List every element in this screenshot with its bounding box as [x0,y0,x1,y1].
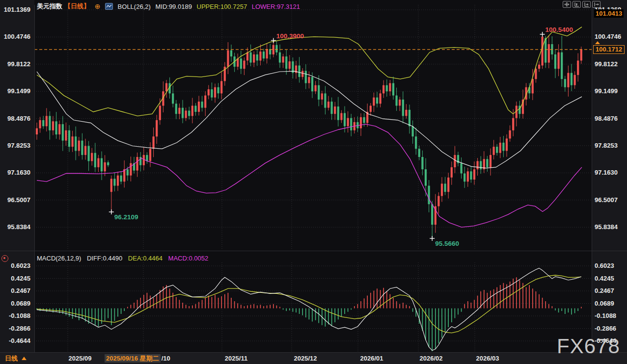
macd-axis-label: 0.2467 [595,287,614,295]
macd-params-label: MACD(26,12,9) [37,255,81,262]
boll-lower-value: LOWER:97.3121 [252,3,300,10]
period-selector[interactable]: 日线 [5,354,18,363]
scale-right-axis-icon[interactable] [582,1,591,8]
move-tool-icon[interactable] [563,1,571,8]
macd-macd-value: MACD:0.0052 [168,255,209,262]
macd-diff-value: DIFF:0.4490 [87,255,122,262]
period-tag[interactable]: 【日线】 [64,2,90,10]
price-axis-label: 98.4876 [0,115,30,123]
macd-axis-label: 0.6023 [595,262,614,270]
macd-axis-label: 0.4245 [0,275,30,283]
boll-params-label: BOLL(26,2) [118,3,151,10]
price-axis-label: 97.8253 [595,142,618,150]
chart-toolbar [563,1,600,8]
svg-text:100.5400: 100.5400 [545,26,573,33]
price-axis-label: 96.5007 [0,196,30,204]
date-label: 2025/12 [294,355,317,362]
boll-mid-value: MID:99.0189 [155,3,191,10]
macd-dea-value: DEA:0.4464 [128,255,163,262]
last-price-label[interactable]: 100.1712 [593,45,625,54]
svg-text:100.3900: 100.3900 [276,32,304,40]
macd-axis-label: -0.2866 [0,325,30,333]
boll-chart-icon[interactable] [105,3,113,10]
date-label: 2026/01 [360,355,383,362]
time-axis-bar: 日线 2025/09/16 星期二/10 2025/092025/112025/… [0,352,627,364]
right-axis-border [592,5,592,352]
date-label: 2026/03 [476,355,499,362]
macd-axis-label: 0.2467 [0,287,30,295]
macd-axis-label: 0.0689 [595,300,614,308]
price-axis-label: 97.8253 [0,142,30,150]
price-arrow-icon [595,41,600,44]
macd-header: MACD(26,12,9) DIFF:0.4490 DEA:0.4464 MAC… [37,255,212,262]
trading-chart-app: 100.3900100.540096.210995.5660 美元指数【日线】 … [0,0,627,364]
crosshair-date-suffix: /10 [162,355,170,362]
macd-axis-label: -0.1088 [0,312,30,320]
price-axis-label: 95.8384 [0,223,30,231]
price-axis-label: 100.4746 [0,33,30,41]
date-label: 2025/09 [69,355,92,362]
price-axis-label: 101.1369 [0,6,30,14]
add-indicator-icon[interactable]: ⊕ [95,2,101,10]
svg-text:96.2109: 96.2109 [114,213,138,221]
svg-text:95.5660: 95.5660 [435,240,459,247]
macd-axis-label: 0.0689 [0,300,30,308]
macd-axis-label: -0.4644 [0,337,30,345]
left-axis-border [34,5,35,352]
price-axis-label: 99.1499 [0,87,30,95]
indicator-target-icon[interactable] [1,255,8,262]
crosshair-date-label: 2025/09/16 星期二/10 [105,354,170,363]
session-high-label: 101.0413 [594,9,624,18]
price-axis-label: 99.1499 [595,87,618,95]
watermark: FX678 [557,335,620,358]
pan-right-icon[interactable] [592,1,600,8]
date-label: 2025/11 [225,355,247,362]
triangle-up-icon[interactable] [22,357,27,360]
candlestick-macd-chart[interactable]: 100.3900100.540096.210995.5660 [0,0,627,364]
main-chart-header: 美元指数【日线】 ⊕ BOLL(26,2) MID:99.0189 UPPER:… [37,2,303,11]
price-axis-label: 99.8122 [0,60,30,68]
price-axis-label: 99.8122 [595,60,618,68]
macd-axis-label: 0.4245 [595,275,614,283]
macd-axis-label: 0.6023 [0,262,30,270]
macd-axis-label: -0.1088 [595,312,616,320]
boll-upper-value: UPPER:100.7257 [197,3,247,10]
price-axis-label: 97.1630 [595,169,618,177]
price-axis-label: 96.5007 [595,196,618,204]
panel-divider [0,251,627,251]
scale-left-axis-icon[interactable] [572,1,581,8]
price-axis-label: 95.8384 [595,223,618,231]
symbol-name: 美元指数 [37,2,62,10]
crosshair-date-value: 2025/09/16 星期二 [105,354,161,363]
price-axis-label: 97.1630 [0,169,30,177]
price-axis-label: 100.4746 [595,33,621,41]
price-axis-label: 98.4876 [595,115,618,123]
macd-axis-label: -0.2866 [595,325,616,333]
date-label: 2026/02 [420,355,443,362]
